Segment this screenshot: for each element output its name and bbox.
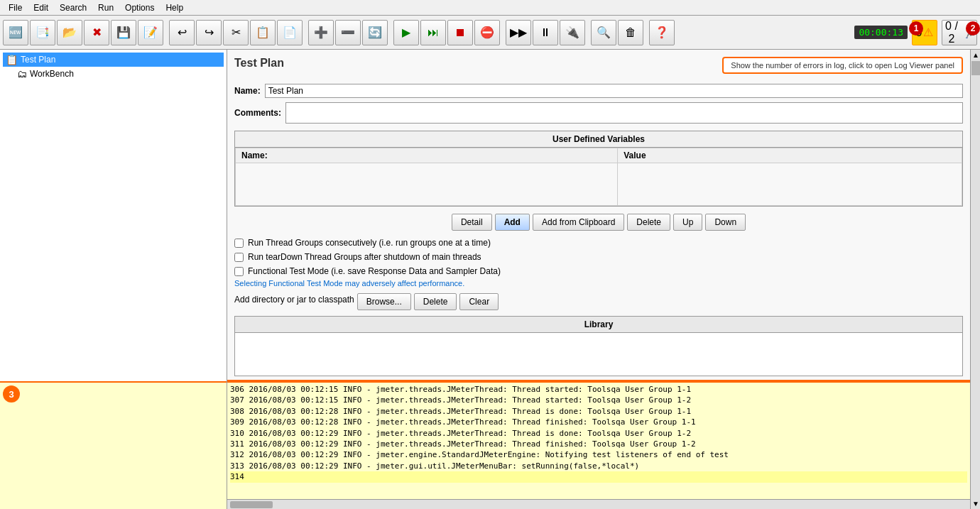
classpath-row: Add directory or jar to classpath Browse…	[234, 293, 963, 310]
tree-item-test-plan[interactable]: 📋 Test Plan	[3, 53, 224, 67]
log-line: 314	[230, 471, 967, 482]
vars-name-header: Name:	[236, 148, 618, 163]
save-button[interactable]: 💾	[111, 20, 136, 45]
log-line: 308 2016/08/03 00:12:28 INFO - jmeter.th…	[230, 406, 967, 417]
toolbar-right: 00:00:13 1 0 ⚠ 2 0 / 2 🏃	[854, 20, 977, 45]
menu-edit[interactable]: Edit	[28, 1, 54, 14]
help-toolbar-button[interactable]: ❓	[649, 20, 675, 45]
badge-1: 1	[909, 21, 923, 35]
panel-title: Test Plan	[234, 57, 284, 70]
remote-stop-button[interactable]: ⏸	[533, 20, 558, 45]
search-toolbar-button[interactable]: 🔍	[591, 20, 616, 45]
start-no-pause-button[interactable]: ⏭	[420, 20, 446, 45]
start-button[interactable]: ▶	[393, 20, 419, 45]
remote-shutdown-button[interactable]: 🔌	[560, 20, 585, 45]
h-scrollbar-thumb[interactable]	[230, 501, 273, 508]
log-area: 306 2016/08/03 00:12:15 INFO - jmeter.th…	[227, 381, 970, 509]
vars-buttons: Detail Add Add from Clipboard Delete Up …	[234, 214, 963, 231]
save-as-button[interactable]: 📝	[138, 20, 163, 45]
warning-icon: ⚠	[923, 26, 933, 39]
down-button[interactable]: Down	[705, 214, 746, 231]
checkbox1-row: Run Thread Groups consecutively (i.e. ru…	[234, 238, 963, 248]
paste-button[interactable]: 📄	[277, 20, 303, 45]
remote-start-button[interactable]: ▶▶	[506, 20, 531, 45]
open-button[interactable]: 📂	[57, 20, 82, 45]
run-counter-value: 0 / 2	[942, 20, 961, 45]
log-line: 312 2016/08/03 00:12:29 INFO - jmeter.en…	[230, 449, 967, 460]
clear-all-button[interactable]: 🗑	[618, 20, 643, 45]
up-button[interactable]: Up	[673, 214, 702, 231]
cut-button[interactable]: ✂	[223, 20, 249, 45]
tree-item-workbench[interactable]: 🗂 WorkBench	[3, 67, 224, 81]
name-label: Name:	[234, 86, 261, 96]
left-panel: 📋 Test Plan 🗂 WorkBench 3	[0, 50, 227, 509]
log-scrollbar-v[interactable]: ▲ ▼	[970, 50, 980, 509]
functional-warning: Selecting Functional Test Mode may adver…	[234, 279, 963, 288]
tree-area: 📋 Test Plan 🗂 WorkBench	[0, 50, 227, 381]
log-scroll[interactable]: 306 2016/08/03 00:12:15 INFO - jmeter.th…	[227, 383, 970, 499]
toolbar: 🆕 📑 📂 ✖ 💾 📝 ↩ ↪ ✂ 📋 📄 ➕ ➖ 🔄 ▶ ⏭ ⏹ ⛔ ▶▶ ⏸…	[0, 16, 980, 50]
comments-label: Comments:	[234, 108, 281, 118]
classpath-label: Add directory or jar to classpath	[234, 295, 354, 305]
clear-button[interactable]: Clear	[459, 293, 499, 310]
new-button[interactable]: 🆕	[3, 20, 28, 45]
templates-button[interactable]: 📑	[30, 20, 55, 45]
scroll-down-arrow[interactable]: ▼	[971, 498, 980, 509]
checkbox2-label: Run tearDown Thread Groups after shutdow…	[248, 252, 481, 262]
checkbox3-label: Functional Test Mode (i.e. save Response…	[248, 266, 501, 276]
menu-file[interactable]: File	[3, 1, 28, 14]
add-from-clipboard-button[interactable]: Add from Clipboard	[533, 214, 624, 231]
menu-options[interactable]: Options	[119, 1, 160, 14]
duplicate-button[interactable]: 🔄	[362, 20, 388, 45]
vars-value-header: Value	[618, 148, 962, 163]
undo-button[interactable]: ↩	[169, 20, 195, 45]
library-title: Library	[235, 317, 962, 333]
scrollbar-thumb[interactable]	[971, 61, 980, 75]
shutdown-button[interactable]: ⛔	[474, 20, 500, 45]
comments-row: Comments:	[234, 102, 963, 124]
library-section: Library	[234, 316, 963, 376]
vars-table-row	[236, 163, 962, 206]
add-var-button[interactable]: Add	[495, 214, 530, 231]
remove-button[interactable]: ➖	[335, 20, 361, 45]
name-input[interactable]	[265, 84, 963, 98]
tree-item-label-test-plan: Test Plan	[21, 55, 55, 65]
main-container: 📋 Test Plan 🗂 WorkBench 3 Test Plan Show…	[0, 50, 980, 509]
log-line: 311 2016/08/03 00:12:29 INFO - jmeter.th…	[230, 439, 967, 449]
workbench-icon: 🗂	[17, 68, 27, 80]
checkbox2-row: Run tearDown Thread Groups after shutdow…	[234, 252, 963, 262]
checkbox1-label: Run Thread Groups consecutively (i.e. ru…	[248, 238, 491, 248]
log-line: 307 2016/08/03 00:12:15 INFO - jmeter.th…	[230, 395, 967, 405]
log-line: 306 2016/08/03 00:12:15 INFO - jmeter.th…	[230, 384, 967, 395]
add-element-button[interactable]: ➕	[308, 20, 334, 45]
checkbox3[interactable]	[234, 267, 244, 276]
menu-search[interactable]: Search	[54, 1, 92, 14]
error-notice[interactable]: Show the number of errors in log, click …	[722, 57, 963, 74]
checkbox3-row: Functional Test Mode (i.e. save Response…	[234, 266, 963, 276]
stop-button[interactable]: ⏹	[447, 20, 473, 45]
delete-var-button[interactable]: Delete	[627, 214, 670, 231]
log-scrollbar-h[interactable]	[227, 499, 970, 509]
redo-button[interactable]: ↪	[196, 20, 222, 45]
scroll-up-arrow[interactable]: ▲	[971, 50, 980, 60]
browse-button[interactable]: Browse...	[357, 293, 411, 310]
error-warning-area[interactable]: 1 0 ⚠ 2 0 / 2 🏃	[912, 20, 977, 45]
vars-title: User Defined Variables	[235, 131, 962, 148]
tree-item-label-workbench: WorkBench	[30, 69, 74, 79]
timer-display: 00:00:13	[854, 26, 908, 39]
scroll-track	[971, 76, 980, 498]
comments-input[interactable]	[285, 102, 963, 124]
vars-value-cell[interactable]	[618, 163, 962, 206]
close-button[interactable]: ✖	[84, 20, 109, 45]
copy-button[interactable]: 📋	[250, 20, 276, 45]
menu-run[interactable]: Run	[92, 1, 119, 14]
name-row: Name:	[234, 84, 963, 98]
log-line: 310 2016/08/03 00:12:29 INFO - jmeter.th…	[230, 428, 967, 439]
checkbox1[interactable]	[234, 239, 244, 248]
checkbox2[interactable]	[234, 253, 244, 262]
vars-table: Name: Value	[235, 148, 962, 206]
vars-name-cell[interactable]	[236, 163, 618, 206]
detail-button[interactable]: Detail	[452, 214, 492, 231]
delete-classpath-button[interactable]: Delete	[414, 293, 457, 310]
menu-help[interactable]: Help	[160, 1, 189, 14]
